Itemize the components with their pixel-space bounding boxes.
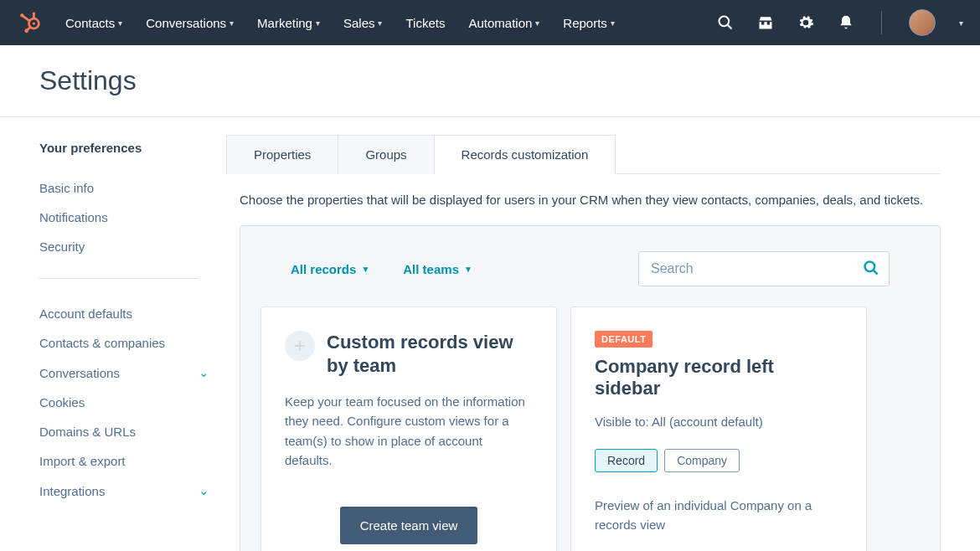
avatar[interactable] — [909, 9, 936, 36]
sidebar-item-integrations[interactable]: Integrations⌄ — [39, 476, 209, 506]
nav-sales[interactable]: Sales▾ — [343, 16, 383, 30]
card-custom-view: + Custom records view by team Keep your … — [260, 306, 557, 551]
filter-teams[interactable]: All teams▼ — [403, 262, 472, 276]
filter-records[interactable]: All records▼ — [291, 262, 369, 276]
page-title: Settings — [39, 65, 980, 96]
nav-items: Contacts▾ Conversations▾ Marketing▾ Sale… — [65, 16, 717, 30]
tab-properties[interactable]: Properties — [226, 135, 338, 174]
sidebar-item-cookies[interactable]: Cookies — [39, 388, 209, 417]
cards: + Custom records view by team Keep your … — [260, 306, 920, 551]
svg-point-1 — [33, 22, 35, 24]
card-title: Custom records view by team — [327, 331, 533, 377]
plus-icon: + — [285, 331, 315, 361]
nav-tickets[interactable]: Tickets — [405, 16, 445, 30]
sidebar-item-domains-urls[interactable]: Domains & URLs — [39, 417, 209, 446]
chevron-down-icon: ⌄ — [199, 365, 209, 380]
chevron-down-icon: ▾ — [611, 18, 615, 28]
chevron-down-icon: ▾ — [535, 18, 539, 28]
chevron-down-icon: ▾ — [118, 18, 122, 28]
nav-reports[interactable]: Reports▾ — [563, 16, 615, 30]
sidebar-item-conversations[interactable]: Conversations⌄ — [39, 358, 209, 388]
tabs: Properties Groups Records customization — [226, 134, 941, 174]
content: Properties Groups Records customization … — [226, 117, 980, 551]
sidebar-section-title: Your preferences — [39, 141, 209, 155]
svg-point-8 — [720, 17, 730, 27]
panel-toolbar: All records▼ All teams▼ — [260, 251, 920, 286]
create-team-view-button[interactable]: Create team view — [340, 507, 478, 544]
nav-automation[interactable]: Automation▾ — [468, 16, 539, 30]
records-panel: All records▼ All teams▼ + Custom records… — [240, 225, 941, 551]
sprocket-icon — [18, 12, 40, 33]
caret-down-icon: ▼ — [464, 265, 472, 274]
sidebar-item-import-export[interactable]: Import & export — [39, 446, 209, 476]
tag-row: Record Company — [595, 449, 843, 472]
svg-line-9 — [728, 25, 732, 29]
card-company-sidebar: DEFAULT Company record left sidebar Visi… — [570, 306, 867, 551]
sidebar-item-notifications[interactable]: Notifications — [39, 203, 209, 232]
chevron-down-icon: ▾ — [230, 18, 234, 28]
search-input[interactable] — [638, 251, 890, 286]
top-nav: Contacts▾ Conversations▾ Marketing▾ Sale… — [0, 0, 980, 45]
gear-icon[interactable] — [797, 14, 814, 31]
nav-marketing[interactable]: Marketing▾ — [257, 16, 320, 30]
nav-right: ▾ — [717, 9, 963, 36]
nav-contacts[interactable]: Contacts▾ — [65, 16, 122, 30]
chevron-down-icon: ▾ — [378, 18, 382, 28]
settings-sidebar: Your preferences Basic info Notification… — [0, 117, 226, 551]
tab-description: Choose the properties that will be displ… — [240, 193, 941, 207]
search-wrap — [638, 251, 890, 286]
sidebar-divider — [39, 278, 199, 279]
visible-to-text: Visible to: All (account default) — [595, 415, 843, 429]
search-icon[interactable] — [863, 260, 879, 276]
svg-point-3 — [33, 13, 35, 15]
preview-text: Preview of an individual Company on a re… — [595, 496, 843, 535]
tag-company: Company — [664, 449, 740, 472]
tab-records-customization[interactable]: Records customization — [435, 135, 616, 174]
chevron-down-icon[interactable]: ▾ — [959, 18, 963, 28]
nav-divider — [881, 11, 882, 34]
caret-down-icon: ▼ — [361, 265, 369, 274]
sidebar-item-account-defaults[interactable]: Account defaults — [39, 299, 209, 328]
sidebar-item-security[interactable]: Security — [39, 232, 209, 261]
nav-conversations[interactable]: Conversations▾ — [146, 16, 234, 30]
sidebar-item-basic-info[interactable]: Basic info — [39, 173, 209, 203]
page-header: Settings — [0, 45, 980, 117]
tag-record: Record — [595, 449, 658, 472]
hubspot-logo[interactable] — [17, 10, 42, 35]
svg-point-10 — [865, 262, 875, 272]
svg-point-5 — [20, 13, 23, 17]
chevron-down-icon: ▾ — [316, 18, 320, 28]
default-badge: DEFAULT — [595, 331, 652, 348]
tab-groups[interactable]: Groups — [338, 135, 434, 174]
svg-line-11 — [874, 270, 878, 275]
search-icon[interactable] — [717, 14, 734, 31]
card-description: Keep your team focused on the informatio… — [285, 392, 533, 470]
sidebar-item-contacts-companies[interactable]: Contacts & companies — [39, 328, 209, 358]
marketplace-icon[interactable] — [757, 14, 774, 31]
card-title: Company record left sidebar — [595, 356, 843, 399]
bell-icon[interactable] — [838, 14, 854, 31]
chevron-down-icon: ⌄ — [199, 483, 209, 498]
main: Your preferences Basic info Notification… — [0, 117, 980, 551]
filters: All records▼ All teams▼ — [291, 262, 472, 276]
